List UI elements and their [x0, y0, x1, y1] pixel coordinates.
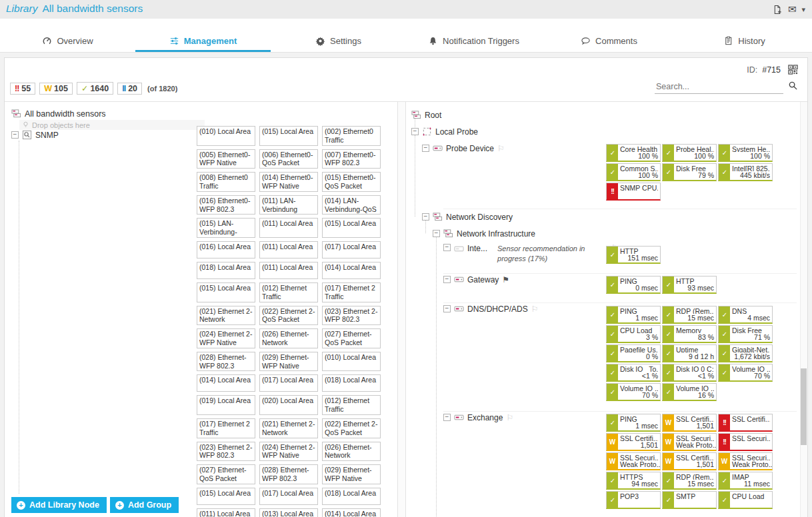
- sensor-box[interactable]: !!SSL Securi...: [718, 433, 773, 451]
- tree-node-network-discovery[interactable]: − Network Discovery: [422, 212, 513, 222]
- library-sensor-box[interactable]: (017) Local Area: [259, 488, 318, 505]
- sensor-box[interactable]: ✓Volume IO ...70 %: [718, 364, 773, 382]
- email-icon[interactable]: ✉: [788, 3, 797, 15]
- sensor-box[interactable]: ✓Intel[R] 825...445 kbit/s: [718, 163, 773, 181]
- collapse-icon[interactable]: −: [422, 145, 429, 152]
- library-sensor-box[interactable]: (018) Local Area: [322, 374, 381, 392]
- sensor-box[interactable]: ✓SMTP: [662, 491, 717, 509]
- library-sensor-box[interactable]: (014) LAN-Verbindung-QoS: [322, 195, 381, 215]
- library-sensor-box[interactable]: (028) Ethernet-WFP 802.3: [197, 352, 255, 372]
- library-sensor-box[interactable]: (002) Ethernet0 Traffic: [322, 126, 381, 146]
- collapse-icon[interactable]: −: [422, 213, 429, 221]
- tab-management[interactable]: Management: [135, 31, 271, 52]
- vertical-scrollbar[interactable]: [800, 102, 807, 517]
- sensor-box[interactable]: ✓RDP (Rem...15 msec: [662, 472, 717, 490]
- library-sensor-box[interactable]: (016) Local Area: [197, 241, 255, 258]
- sensor-box[interactable]: !!SSL Certifi...: [718, 414, 773, 432]
- sensor-box[interactable]: ✓HTTPS94 msec: [606, 472, 661, 490]
- sensor-box[interactable]: ✓Disk IO _To...<1 %: [606, 364, 661, 382]
- sensor-box[interactable]: WSSL Certifi...1,501: [662, 452, 717, 470]
- tree-node-exchange[interactable]: − Exchange ⚐: [443, 412, 513, 422]
- sensor-box[interactable]: WSSL Certifi...1,501: [606, 433, 661, 451]
- sensor-box[interactable]: ✓System He...100 %: [718, 144, 773, 162]
- search-icon[interactable]: [788, 81, 798, 91]
- sensor-box[interactable]: ✓DNS4 msec: [718, 306, 773, 324]
- add-group-button[interactable]: + Add Group: [110, 497, 179, 513]
- sensor-box[interactable]: WSSL Securi...Weak Proto...: [662, 433, 717, 451]
- library-sensor-box[interactable]: (020) Local Area: [259, 395, 318, 415]
- sensor-box[interactable]: ✓PING0 msec: [606, 276, 661, 294]
- library-sensor-box[interactable]: (016) Ethernet0-WFP 802.3: [197, 195, 255, 215]
- scrollbar-thumb[interactable]: [801, 368, 807, 445]
- sensor-box[interactable]: ✓Disk Free71 %: [718, 325, 773, 343]
- sensor-box[interactable]: ✓Volume IO ...16 %: [662, 383, 717, 401]
- sensor-box[interactable]: ✓Pagefile Us...0 %: [606, 344, 661, 362]
- caret-down-icon[interactable]: ▾: [801, 5, 805, 14]
- tree-node-network-infrastructure[interactable]: − Network Infrastructure: [433, 229, 535, 239]
- tree-node-root[interactable]: Root: [411, 110, 441, 120]
- library-sensor-box[interactable]: (028) Ethernet-WFP 802.3: [259, 464, 318, 484]
- collapse-icon[interactable]: −: [443, 414, 451, 421]
- library-sensor-box[interactable]: (026) Ethernet-Network: [322, 442, 381, 462]
- sensor-box[interactable]: ✓Disk IO 0 C:<1 %: [662, 364, 717, 382]
- library-sensor-box[interactable]: (019) Local Area: [197, 395, 255, 415]
- sensor-box[interactable]: ✓HTTP93 msec: [662, 276, 717, 294]
- tab-comments[interactable]: Comments: [541, 31, 677, 52]
- library-sensor-box[interactable]: (017) Ethernet 2 Traffic: [197, 418, 255, 438]
- library-sensor-box[interactable]: (023) Ethernet 2-WFP 802.3: [322, 306, 381, 326]
- library-sensor-box[interactable]: (029) Ethernet-WFP Native: [259, 352, 318, 372]
- sensor-box[interactable]: ✓Core Health100 %: [606, 144, 661, 162]
- sensor-box[interactable]: ✓Uptime9 d 12 h: [662, 344, 717, 362]
- library-sensor-box[interactable]: (021) Ethernet 2-Network: [197, 306, 255, 326]
- error-count-badge[interactable]: !!55: [10, 83, 35, 95]
- collapse-icon[interactable]: −: [443, 244, 451, 251]
- library-sensor-box[interactable]: (026) Ethernet-Network: [259, 328, 318, 348]
- library-sensor-box[interactable]: (022) Ethernet 2-QoS Packet: [322, 418, 381, 438]
- qr-code-icon[interactable]: [788, 65, 798, 75]
- library-sensor-box[interactable]: (015) Local Area: [322, 218, 381, 238]
- sensor-box[interactable]: !!SNMP CPU...: [606, 183, 661, 201]
- library-sensor-box[interactable]: (024) Ethernet 2-WFP Native: [197, 328, 255, 348]
- search-input[interactable]: [655, 81, 783, 94]
- library-sensor-box[interactable]: (017) Local Area: [322, 241, 381, 258]
- sensor-box[interactable]: ✓HTTP151 msec: [606, 246, 661, 264]
- collapse-icon[interactable]: −: [433, 230, 440, 237]
- library-sensor-box[interactable]: (006) Ethernet0-QoS Packet: [259, 149, 318, 169]
- library-sensor-box[interactable]: (015) Ethernet0-QoS Packet: [322, 172, 381, 192]
- library-sensor-box[interactable]: (011) Local Area: [259, 262, 318, 279]
- ok-count-badge[interactable]: ✓1640: [77, 82, 113, 95]
- sensor-box[interactable]: ✓Common S...100 %: [606, 163, 661, 181]
- sensor-box[interactable]: ✓Probe Heal...100 %: [662, 144, 717, 162]
- library-sensor-box[interactable]: (017) Ethernet 2 Traffic: [322, 282, 381, 302]
- library-sensor-box[interactable]: (021) Ethernet 2-Network: [259, 418, 318, 438]
- library-sensor-box[interactable]: (029) Ethernet-WFP Native: [322, 464, 381, 484]
- collapse-icon[interactable]: −: [443, 305, 451, 312]
- tree-node-probe-device[interactable]: − Probe Device ⚐: [422, 143, 505, 153]
- library-sensor-box[interactable]: (014) Local Area: [322, 262, 381, 279]
- sensor-box[interactable]: WSSL Securi...Weak Proto...: [606, 452, 661, 470]
- library-sensor-box[interactable]: (012) Ethernet Traffic: [259, 282, 318, 302]
- library-sensor-box[interactable]: (022) Ethernet 2-QoS Packet: [259, 306, 318, 326]
- library-sensor-box[interactable]: (027) Ethernet-QoS Packet: [197, 464, 255, 484]
- library-sensor-box[interactable]: (011) Local Area: [197, 508, 255, 517]
- library-sensor-box[interactable]: (014) Ethernet0-WFP Native: [259, 172, 318, 192]
- library-sensor-box[interactable]: (010) Local Area: [197, 126, 255, 146]
- sensor-box[interactable]: ✓Gigabit-Net...1,672 kbit/s: [718, 344, 773, 362]
- sensor-box[interactable]: ✓RDP (Rem...15 msec: [662, 306, 717, 324]
- collapse-icon[interactable]: −: [11, 131, 19, 139]
- sensor-box[interactable]: ✓Memory83 %: [662, 325, 717, 343]
- collapse-icon[interactable]: −: [443, 276, 451, 283]
- tree-node-local-probe[interactable]: − Local Probe: [411, 127, 478, 137]
- flag-icon[interactable]: ⚐: [506, 414, 513, 422]
- library-sensor-box[interactable]: (013) Local Area: [259, 508, 318, 517]
- tab-overview[interactable]: Overview: [0, 31, 135, 52]
- tree-node-gateway[interactable]: − Gateway ⚑: [443, 274, 509, 284]
- tree-node-dns-dhcp-ads[interactable]: − DNS/DHCP/ADS ⚐: [443, 304, 538, 314]
- sensor-box[interactable]: ✓IMAP11 msec: [718, 472, 773, 490]
- sensor-box[interactable]: ✓PING1 msec: [606, 414, 661, 432]
- sensor-box[interactable]: ✓PING1 msec: [606, 306, 661, 324]
- flag-icon-filled[interactable]: ⚑: [502, 276, 509, 284]
- sensor-box[interactable]: WSSL Securi...Weak Proto...: [718, 452, 773, 470]
- library-sensor-box[interactable]: (014) Local Area: [197, 374, 255, 392]
- tab-notification-triggers[interactable]: Notification Triggers: [406, 31, 541, 52]
